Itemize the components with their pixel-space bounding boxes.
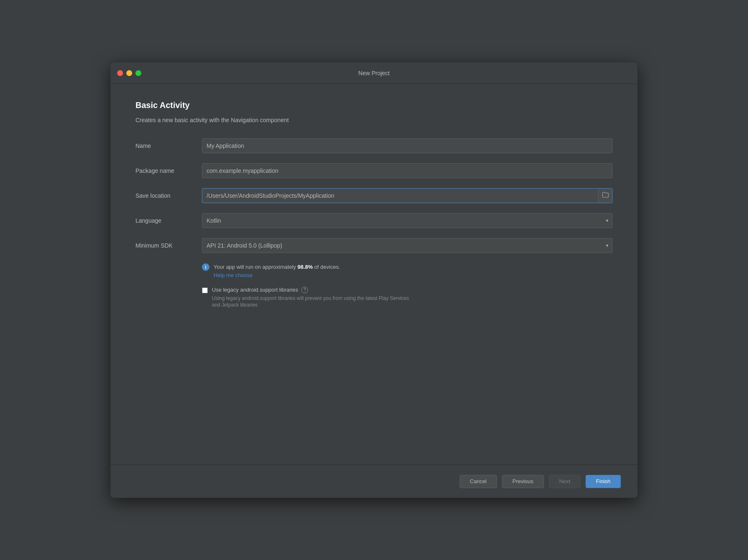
info-icon: i [202, 263, 209, 271]
browse-folder-button[interactable] [598, 189, 612, 203]
save-location-label: Save location [135, 192, 202, 199]
name-field-row: Name [135, 138, 613, 153]
name-label: Name [135, 142, 202, 149]
legacy-help-icon[interactable]: ? [301, 287, 308, 293]
section-subtitle: Creates a new basic activity with the Na… [135, 117, 613, 123]
title-bar: New Project [111, 62, 637, 84]
folder-icon [602, 192, 609, 199]
info-message-row: i Your app will run on approximately 98.… [202, 263, 613, 278]
next-button[interactable]: Next [549, 475, 581, 488]
maximize-button[interactable] [135, 70, 141, 76]
minimize-button[interactable] [126, 70, 132, 76]
package-name-label: Package name [135, 167, 202, 174]
language-label: Language [135, 217, 202, 224]
info-message-text: Your app will run on approximately 98.8%… [214, 264, 340, 270]
new-project-dialog: New Project Basic Activity Creates a new… [110, 62, 638, 498]
info-percentage: 98.8% [298, 264, 313, 270]
help-me-choose-link[interactable]: Help me choose [214, 272, 340, 278]
section-title: Basic Activity [135, 101, 613, 110]
language-select-wrapper: Kotlin Java ▾ [202, 213, 613, 228]
package-name-field-row: Package name [135, 163, 613, 178]
legacy-checkbox[interactable] [202, 287, 208, 293]
previous-button[interactable]: Previous [502, 475, 544, 488]
save-location-input-group [202, 188, 613, 203]
save-location-input[interactable] [202, 189, 598, 203]
minimum-sdk-select-wrapper: API 21: Android 5.0 (Lollipop) API 16: A… [202, 238, 613, 253]
package-name-input[interactable] [202, 163, 613, 178]
dialog-footer: Cancel Previous Next Finish [111, 464, 637, 498]
name-input[interactable] [202, 138, 613, 153]
window-title: New Project [358, 70, 389, 76]
window-controls [117, 70, 141, 76]
minimum-sdk-select[interactable]: API 21: Android 5.0 (Lollipop) API 16: A… [202, 238, 613, 253]
legacy-checkbox-row: Use legacy android.support libraries ? U… [202, 287, 613, 309]
language-select[interactable]: Kotlin Java [202, 213, 613, 228]
language-field-row: Language Kotlin Java ▾ [135, 213, 613, 228]
legacy-checkbox-label: Use legacy android.support libraries ? [212, 287, 411, 293]
cancel-button[interactable]: Cancel [460, 475, 497, 488]
finish-button[interactable]: Finish [586, 475, 621, 488]
legacy-checkbox-label-group: Use legacy android.support libraries ? U… [212, 287, 411, 309]
legacy-checkbox-description: Using legacy android.support libraries w… [212, 295, 411, 309]
save-location-field-row: Save location [135, 188, 613, 203]
info-text-block: Your app will run on approximately 98.8%… [214, 263, 340, 278]
dialog-content: Basic Activity Creates a new basic activ… [111, 84, 637, 464]
minimum-sdk-field-row: Minimum SDK API 21: Android 5.0 (Lollipo… [135, 238, 613, 253]
minimum-sdk-label: Minimum SDK [135, 242, 202, 249]
close-button[interactable] [117, 70, 123, 76]
